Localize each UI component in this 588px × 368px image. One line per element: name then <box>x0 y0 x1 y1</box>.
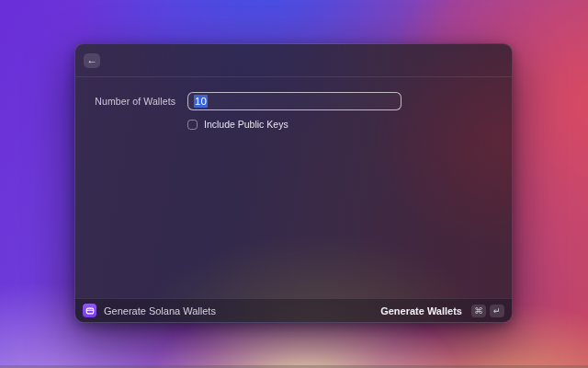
wallet-count-label: Number of Wallets <box>75 96 187 107</box>
back-arrow-icon: ← <box>86 55 97 66</box>
action-bar: Generate Solana Wallets Generate Wallets… <box>75 298 512 322</box>
wallet-count-input[interactable]: 10 <box>187 92 401 110</box>
back-button[interactable]: ← <box>84 53 100 68</box>
include-public-keys-field[interactable]: Include Public Keys <box>187 119 512 130</box>
shortcut-badges: ⌘ ↵ <box>471 305 504 317</box>
raycast-window: ← Number of Wallets 10 Include Public Ke… <box>74 43 513 323</box>
wallet-count-row: Number of Wallets 10 <box>75 92 512 110</box>
include-public-keys-row: Include Public Keys <box>75 119 512 130</box>
window-header: ← <box>75 44 512 77</box>
wallet-icon <box>83 304 96 317</box>
command-name: Generate Solana Wallets <box>104 305 216 316</box>
include-public-keys-checkbox[interactable] <box>187 120 198 130</box>
primary-action-label: Generate Wallets <box>380 305 462 316</box>
primary-action[interactable]: Generate Wallets ⌘ ↵ <box>380 305 504 317</box>
wallet-form: Number of Wallets 10 Include Public Keys <box>75 77 512 130</box>
enter-key-icon: ↵ <box>490 305 504 317</box>
command-key-icon: ⌘ <box>471 305 486 317</box>
selected-input-text: 10 <box>194 95 208 108</box>
include-public-keys-label: Include Public Keys <box>204 119 288 130</box>
